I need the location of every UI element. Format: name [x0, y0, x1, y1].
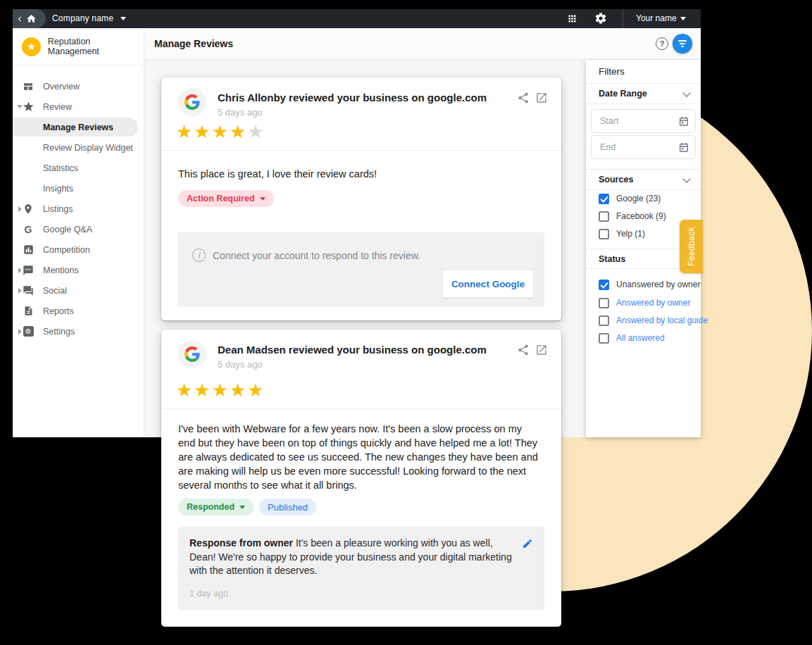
review-star-icon	[22, 101, 35, 113]
review-timestamp: 5 days ago	[218, 359, 263, 370]
feedback-tab[interactable]: Feedback	[680, 220, 703, 273]
response-timestamp: 1 day ago	[189, 589, 228, 599]
checkbox-unchecked[interactable]	[599, 211, 609, 222]
sidebar-item-manage-reviews[interactable]: Manage Reviews	[13, 117, 144, 137]
google-logo-avatar	[178, 88, 206, 116]
checkbox-unchecked[interactable]	[599, 229, 609, 239]
star-rating: ★★★★★	[176, 123, 266, 141]
brand-star-logo: ★	[22, 37, 41, 56]
speech-bubble-icon	[22, 264, 35, 277]
status-filter-unanswered-by-owner[interactable]: Unanswered by owner	[586, 279, 701, 290]
open-in-new-icon[interactable]	[535, 92, 548, 104]
sidebar-item-overview[interactable]: Overview	[13, 76, 144, 96]
calendar-icon[interactable]	[678, 115, 689, 127]
review-title: Chris Allonby reviewed your business on …	[218, 92, 487, 104]
review-card: Dean Madsen reviewed your business on go…	[161, 330, 561, 627]
company-dropdown[interactable]: Company name	[52, 9, 113, 28]
home-icon[interactable]	[26, 13, 37, 24]
open-in-new-icon[interactable]	[535, 344, 548, 356]
date-range-section-header[interactable]: Date Range	[599, 89, 647, 99]
caret-down-icon	[239, 506, 245, 509]
settings-gear-icon[interactable]	[594, 12, 607, 25]
connect-note-text: Connect your account to respond to this …	[213, 250, 420, 261]
page-header: Manage Reviews ?	[144, 28, 701, 60]
edit-pencil-icon[interactable]	[522, 538, 533, 549]
sidebar-nav: Overview Review Manage Reviews Review Di…	[13, 76, 144, 342]
back-chevron-icon[interactable]	[15, 14, 25, 24]
sidebar-item-review-display-widget[interactable]: Review Display Widget	[13, 137, 144, 158]
checkbox-checked[interactable]	[599, 194, 609, 204]
filter-fab-button[interactable]	[673, 34, 692, 54]
map-pin-icon	[22, 203, 35, 215]
chat-bubbles-icon	[22, 284, 35, 297]
brand-header: ★ Reputation Management	[13, 28, 144, 65]
checkbox-checked[interactable]	[599, 280, 609, 290]
user-dropdown[interactable]: Your name	[636, 9, 677, 28]
topbar-divider	[623, 9, 623, 28]
sources-section-header[interactable]: Sources	[599, 175, 633, 184]
sidebar-item-reports[interactable]: Reports	[13, 301, 144, 321]
sidebar-item-statistics[interactable]: Statistics	[13, 158, 144, 178]
share-icon[interactable]	[517, 92, 530, 104]
review-title: Dean Madsen reviewed your business on go…	[218, 344, 487, 356]
status-section-header[interactable]: Status	[599, 254, 625, 264]
sidebar-item-review[interactable]: Review	[13, 96, 144, 117]
checkbox-unchecked[interactable]	[599, 315, 609, 326]
owner-response-box: Response from owner It's been a pleasure…	[178, 527, 544, 610]
home-nav-pill[interactable]	[13, 9, 46, 28]
page-title: Manage Reviews	[154, 28, 233, 60]
page-canvas: Company name Your name ★ Reputation Mana…	[0, 0, 812, 645]
review-card: Chris Allonby reviewed your business on …	[161, 77, 561, 320]
help-icon[interactable]: ?	[656, 37, 668, 50]
google-g-icon: G	[22, 223, 35, 236]
info-icon: i	[192, 249, 206, 262]
connect-account-notice: i Connect your account to respond to thi…	[178, 232, 544, 307]
user-caret-icon[interactable]	[680, 17, 686, 20]
status-filter-all-answered[interactable]: All answered	[586, 332, 701, 344]
card-divider	[161, 408, 561, 409]
review-text: I've been with Webware for a few years n…	[178, 422, 540, 492]
settings-box-icon: ⚙	[22, 325, 35, 338]
sidebar-item-competition[interactable]: Competition	[13, 239, 144, 260]
filters-title: Filters	[599, 66, 625, 77]
apps-grid-icon[interactable]	[567, 13, 577, 24]
review-text: This place is great, I love their review…	[178, 168, 544, 180]
sidebar-item-settings[interactable]: ⚙ Settings	[13, 321, 144, 342]
status-filter-answered-by-owner[interactable]: Answered by owner	[586, 297, 701, 308]
chevron-down-icon[interactable]	[682, 89, 690, 96]
source-filter-google[interactable]: Google (23)	[586, 193, 701, 204]
card-divider	[161, 150, 561, 151]
response-label: Response from owner	[189, 537, 293, 549]
sidebar-item-listings[interactable]: Listings	[13, 199, 144, 219]
checkbox-unchecked[interactable]	[599, 333, 609, 344]
checkbox-unchecked[interactable]	[599, 298, 609, 308]
brand-name: Reputation Management	[48, 37, 144, 56]
owner-response-text: Response from owner It's been a pleasure…	[189, 537, 512, 578]
review-timestamp: 5 days ago	[218, 107, 263, 118]
sidebar-item-google-qa[interactable]: G Google Q&A	[13, 219, 144, 239]
overview-icon	[22, 80, 35, 93]
google-logo-avatar	[178, 340, 206, 368]
sidebar-item-social[interactable]: Social	[13, 280, 144, 301]
calendar-icon[interactable]	[678, 142, 689, 153]
company-caret-icon[interactable]	[120, 17, 126, 20]
visibility-badge[interactable]: Published	[259, 499, 316, 515]
status-badge-dropdown[interactable]: Action Required	[178, 190, 274, 207]
share-icon[interactable]	[517, 344, 530, 356]
star-rating: ★★★★★	[176, 381, 266, 399]
sidebar-item-mentions[interactable]: Mentions	[13, 260, 144, 280]
top-bar: Company name Your name	[13, 9, 701, 28]
status-filter-answered-by-local-guide[interactable]: Answered by local guide	[586, 315, 701, 326]
chevron-down-icon[interactable]	[682, 175, 690, 182]
sidebar: ★ Reputation Management Overview Review …	[13, 28, 144, 437]
bar-chart-icon	[22, 244, 35, 256]
sidebar-item-insights[interactable]: Insights	[13, 178, 144, 199]
caret-down-icon	[260, 197, 266, 201]
document-icon	[22, 305, 35, 318]
connect-google-button[interactable]: Connect Google	[442, 270, 534, 298]
status-badge-dropdown[interactable]: Responded	[178, 499, 254, 515]
